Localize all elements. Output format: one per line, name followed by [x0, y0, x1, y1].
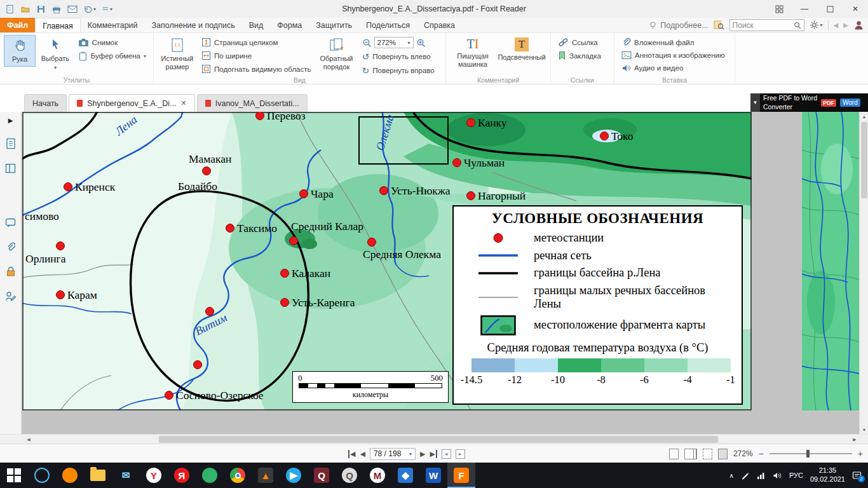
network-icon[interactable] — [757, 471, 766, 479]
attachment-button[interactable]: Вложенный файл — [618, 36, 728, 48]
facing-pages-view-button[interactable] — [684, 449, 694, 459]
tab-help[interactable]: Справка — [417, 18, 462, 32]
horizontal-scrollbar[interactable]: ◀ ▶ — [0, 434, 868, 444]
tab-comment[interactable]: Комментарий — [81, 18, 145, 32]
zoom-in-icon[interactable] — [416, 38, 426, 48]
q-app[interactable]: Q — [308, 463, 336, 488]
settings-gear-icon[interactable]: ▾ — [810, 20, 823, 30]
zoom-out-button[interactable]: − — [759, 449, 764, 459]
vertical-scrollbar[interactable]: ▲ ▼ — [859, 112, 868, 434]
q-gray-app[interactable]: Q — [336, 463, 363, 488]
previous-view-button[interactable]: ◂ — [442, 449, 451, 459]
cortana[interactable] — [28, 463, 56, 488]
security-panel-icon[interactable] — [6, 266, 15, 277]
yandex[interactable]: Y — [140, 463, 168, 488]
zoom-level-select[interactable]: 272%▾ — [374, 37, 414, 48]
tell-me[interactable]: Подробнее... — [649, 21, 708, 30]
minimize-button[interactable]: — — [792, 0, 817, 18]
fit-view-button[interactable] — [718, 449, 728, 459]
comments-panel-icon[interactable] — [5, 218, 16, 227]
hand-tool-button[interactable]: Рука — [4, 35, 36, 67]
snapshot-button[interactable]: Снимок — [75, 36, 149, 48]
zoom-slider[interactable] — [770, 453, 852, 454]
next-page-button[interactable]: ▶ — [420, 450, 425, 458]
pdf-page[interactable]: ПеревозКанкуТокоМамаканЧульманКиренскЧар… — [22, 112, 752, 410]
zoom-slider-thumb[interactable] — [806, 450, 810, 458]
m-app[interactable]: M — [363, 463, 391, 488]
scroll-up-arrow[interactable]: ▲ — [860, 112, 868, 121]
layers-panel-icon[interactable] — [5, 163, 16, 173]
tab-file[interactable]: Файл — [0, 18, 35, 32]
next-view-button[interactable]: ▸ — [456, 449, 465, 459]
customize-toolbar-icon[interactable]: ▾ — [102, 5, 112, 13]
signature-panel-icon[interactable] — [5, 291, 16, 301]
fit-width-button[interactable]: По ширине — [198, 50, 315, 62]
start-button[interactable] — [0, 463, 28, 488]
previous-page-button[interactable]: ◀ — [360, 450, 365, 458]
doc-tab-start[interactable]: Начать — [24, 94, 67, 112]
email-icon[interactable] — [67, 5, 78, 13]
green-app[interactable] — [196, 463, 224, 488]
word[interactable]: W — [419, 463, 447, 488]
link-button[interactable]: Ссылка — [555, 36, 604, 48]
undo-icon[interactable]: ▾ — [83, 4, 96, 13]
adjacent-page-strip[interactable] — [802, 112, 859, 410]
tab-fill-sign[interactable]: Заполнение и подпись — [145, 18, 242, 32]
print-icon[interactable] — [51, 4, 62, 14]
search-document-icon[interactable] — [714, 20, 724, 30]
tab-form[interactable]: Форма — [270, 18, 309, 32]
doc-tab-shynbergenov[interactable]: Shynbergenov_E.A._Di... ✕ — [69, 94, 195, 112]
pages-panel-icon[interactable] — [6, 138, 16, 149]
history-forward-icon[interactable]: ▶ — [843, 22, 848, 29]
tab-share[interactable]: Поделиться — [359, 18, 417, 32]
fit-visible-button[interactable]: Подогнать видимую область — [198, 63, 315, 75]
select-tool-button[interactable]: Выбрать ▾ — [37, 35, 74, 73]
zoom-out-icon[interactable] — [362, 38, 372, 48]
page-number-input[interactable]: 78 / 198▾ — [370, 448, 416, 460]
scroll-right-arrow[interactable]: ▶ — [850, 435, 859, 444]
taskbar-clock[interactable]: 21:35 09.02.2021 — [810, 466, 845, 484]
reverse-order-button[interactable]: Обратный порядок — [316, 35, 358, 73]
tray-expand-icon[interactable]: ∧ — [729, 472, 734, 479]
expand-panel-icon[interactable]: ▶ — [8, 117, 13, 124]
document-icon[interactable] — [5, 4, 15, 14]
continuous-view-button[interactable] — [703, 449, 712, 459]
yandex-browser[interactable]: Я — [168, 463, 196, 488]
rotate-left-button[interactable]: ↺ Повернуть влево — [359, 50, 442, 63]
close-tab-icon[interactable]: ✕ — [181, 99, 187, 107]
telegram[interactable]: ▶ — [280, 463, 308, 488]
last-page-button[interactable]: ▶ — [430, 450, 437, 458]
history-back-icon[interactable]: ◀ — [834, 22, 839, 29]
foxit[interactable]: F — [447, 463, 475, 488]
actual-size-button[interactable]: 1:1 Истинный размер — [158, 35, 197, 73]
pdf-to-word-ad[interactable]: Free PDF to Word Converter PDF Word — [760, 93, 868, 112]
vertical-scroll-thumb[interactable] — [861, 122, 867, 198]
image-annotation-button[interactable]: Аннотация к изображению — [618, 50, 728, 61]
fit-page-button[interactable]: Страница целиком — [198, 36, 315, 48]
undo-caret-icon[interactable]: ▾ — [93, 6, 96, 12]
maximize-button[interactable] — [817, 0, 843, 18]
typewriter-button[interactable]: ТӀ Пишущая машинка — [450, 35, 496, 71]
tab-list-chevron[interactable]: ▼ — [750, 93, 760, 112]
account-avatar[interactable] — [853, 20, 864, 30]
tab-protect[interactable]: Защитить — [309, 18, 359, 32]
search-input[interactable]: Поиск — [729, 19, 804, 31]
pen-input-icon[interactable] — [741, 471, 750, 480]
close-button[interactable]: ✕ — [843, 0, 868, 18]
highlight-button[interactable]: Т Подсвеченный — [497, 35, 546, 64]
volume-icon[interactable] — [773, 471, 782, 480]
language-indicator[interactable]: РУС — [789, 471, 803, 479]
rotate-right-button[interactable]: ↻ Повернуть вправо — [359, 64, 442, 77]
scroll-left-arrow[interactable]: ◀ — [24, 435, 33, 444]
layout-grid-icon[interactable] — [766, 0, 792, 18]
search-icon[interactable] — [794, 22, 801, 29]
open-folder-icon[interactable] — [20, 4, 31, 14]
tab-home[interactable]: Главная — [35, 18, 81, 32]
save-icon[interactable] — [36, 4, 46, 14]
single-page-view-button[interactable] — [669, 449, 679, 459]
action-center-icon[interactable]: 2 — [852, 471, 862, 480]
chrome[interactable] — [224, 463, 252, 488]
clipboard-button[interactable]: Буфер обмена ▾ — [75, 50, 149, 62]
audio-video-button[interactable]: Аудио и видео — [618, 62, 728, 74]
zoom-in-button[interactable]: + — [858, 449, 863, 459]
